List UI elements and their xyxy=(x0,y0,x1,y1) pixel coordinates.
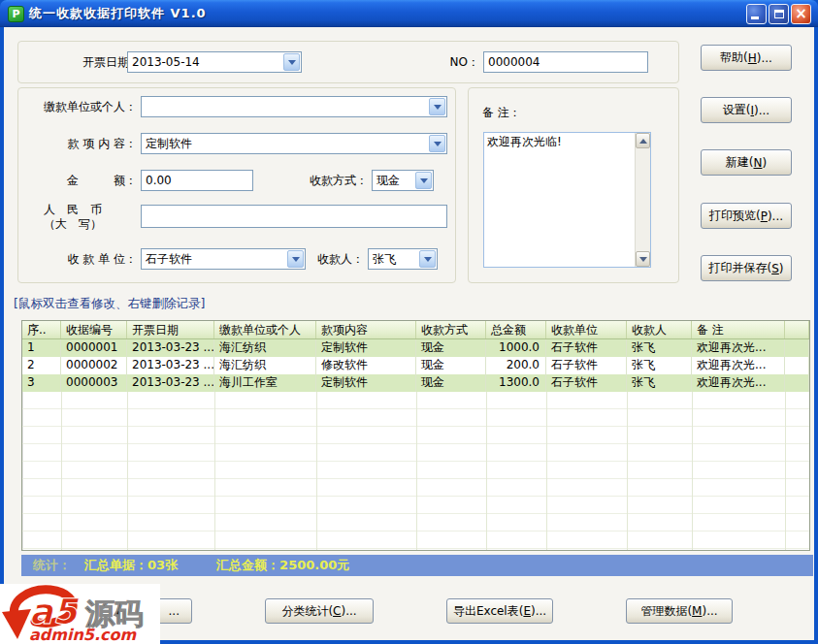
no-label: NO： xyxy=(426,51,479,73)
a5-watermark-logo: a5 源码 admin5.com xyxy=(0,584,160,644)
invoice-date-label: 开票日期： xyxy=(34,51,141,73)
grid-hint-text: [鼠标双击查看修改、右键删除记录] xyxy=(14,296,205,312)
print-save-button[interactable]: 打印并保存(S) xyxy=(701,255,792,281)
manage-data-button[interactable]: 管理数据(M)... xyxy=(626,598,733,624)
table-row[interactable]: 3 0000003 2013-03-23 ... 海川工作室 定制软件 现金 1… xyxy=(22,374,809,392)
table-row[interactable]: 1 0000001 2013-03-23 ... 海汇纺织 定制软件 现金 10… xyxy=(22,339,809,357)
payment-method-value: 现金 xyxy=(373,171,414,190)
payment-content-combo[interactable]: 定制软件 xyxy=(141,133,447,154)
col-header-remark[interactable]: 备 注 xyxy=(692,321,785,338)
col-header-payer[interactable]: 缴款单位或个人 xyxy=(214,321,316,338)
payee-unit-value: 石子软件 xyxy=(142,249,286,269)
print-preview-button[interactable]: 打印预览(P)... xyxy=(701,203,792,229)
col-header-date[interactable]: 开票日期 xyxy=(127,321,214,338)
groupbox-receipt-form: 缴款单位或个人： 款 项 内 容： 定制软件 金 额： 收款方式： 现金 人 民… xyxy=(17,87,456,283)
maximize-button[interactable] xyxy=(769,4,789,24)
payment-content-value: 定制软件 xyxy=(142,134,428,153)
grid-header-row: 序.. 收据编号 开票日期 缴款单位或个人 款项内容 收款方式 总金额 收款单位… xyxy=(22,321,809,339)
payee-combo[interactable]: 张飞 xyxy=(368,248,438,270)
category-stats-button[interactable]: 分类统计(C)... xyxy=(265,598,374,624)
groupbox-date-no: 开票日期： 2013-05-14 NO： xyxy=(17,41,679,83)
close-button[interactable] xyxy=(791,4,811,24)
remark-textarea[interactable]: 欢迎再次光临! xyxy=(483,132,651,268)
maximize-icon xyxy=(774,10,784,18)
payer-label: 缴款单位或个人： xyxy=(26,96,137,117)
new-button[interactable]: 新建(N) xyxy=(701,149,792,176)
scroll-down-icon[interactable] xyxy=(636,251,650,267)
col-header-payee-unit[interactable]: 收款单位 xyxy=(546,321,627,338)
rmb-caps-label: 人 民 币 （大 写） xyxy=(44,203,141,232)
payer-combo[interactable] xyxy=(141,96,447,117)
rmb-caps-input[interactable] xyxy=(141,205,447,228)
payment-method-combo[interactable]: 现金 xyxy=(372,170,434,191)
col-header-receipt-no[interactable]: 收据编号 xyxy=(61,321,127,338)
payment-content-label: 款 项 内 容： xyxy=(26,133,137,154)
invoice-date-value: 2013-05-14 xyxy=(128,52,282,72)
settings-button[interactable]: 设置(I)... xyxy=(701,97,792,123)
chevron-down-icon xyxy=(429,135,445,152)
remark-scrollbar[interactable] xyxy=(635,133,650,267)
remark-label: 备 注： xyxy=(482,102,560,123)
chevron-down-icon xyxy=(287,250,304,268)
invoice-date-combo[interactable]: 2013-05-14 xyxy=(127,51,302,73)
records-grid[interactable]: 序.. 收据编号 开票日期 缴款单位或个人 款项内容 收款方式 总金额 收款单位… xyxy=(21,320,810,551)
export-excel-button[interactable]: 导出Excel表(E)... xyxy=(446,598,553,624)
payee-value: 张飞 xyxy=(369,249,418,269)
col-header-spacer xyxy=(785,321,809,338)
status-total-amount: 汇总金额：2500.00元 xyxy=(216,557,349,574)
a5-logo-graphic: a5 源码 admin5.com xyxy=(0,584,160,644)
col-header-index[interactable]: 序.. xyxy=(22,321,61,338)
window-title: 统一收款收据打印软件 V1.0 xyxy=(29,5,207,22)
payment-method-label: 收款方式： xyxy=(290,170,368,191)
app-icon: P xyxy=(8,6,24,22)
minimize-icon xyxy=(751,16,759,19)
amount-label: 金 额： xyxy=(26,170,137,191)
remark-text: 欢迎再次光临! xyxy=(484,133,635,267)
col-header-content[interactable]: 款项内容 xyxy=(316,321,416,338)
client-area: 开票日期： 2013-05-14 NO： 缴款单位或个人： 款 项 内 容： 定… xyxy=(4,27,814,640)
table-row[interactable]: 2 0000002 2013-03-23 ... 海汇纺织 修改软件 现金 20… xyxy=(22,357,809,374)
table-empty-rows xyxy=(22,392,809,551)
help-button[interactable]: 帮助(H)... xyxy=(701,45,792,71)
status-bar: 统计： 汇总单据：03张 汇总金额：2500.00元 xyxy=(21,555,813,576)
payee-unit-combo[interactable]: 石子软件 xyxy=(141,248,306,270)
app-window: P 统一收款收据打印软件 V1.0 开票日期： 2013-05-14 NO： 缴… xyxy=(0,0,818,644)
status-label: 统计： xyxy=(33,557,71,574)
amount-input[interactable] xyxy=(141,170,253,191)
no-input[interactable] xyxy=(483,51,648,73)
chevron-down-icon xyxy=(419,250,436,268)
payee-label: 收款人： xyxy=(306,248,364,270)
chevron-down-icon xyxy=(415,172,432,189)
groupbox-remark: 备 注： 欢迎再次光临! xyxy=(468,87,679,283)
logo-domain-text: admin5.com xyxy=(29,626,137,644)
payee-unit-label: 收 款 单 位： xyxy=(26,248,137,270)
col-header-method[interactable]: 收款方式 xyxy=(416,321,486,338)
scroll-up-icon[interactable] xyxy=(636,133,650,148)
title-bar[interactable]: P 统一收款收据打印软件 V1.0 xyxy=(0,0,818,27)
col-header-payee[interactable]: 收款人 xyxy=(627,321,692,338)
minimize-button[interactable] xyxy=(746,4,767,24)
status-total-docs: 汇总单据：03张 xyxy=(84,557,178,574)
chevron-down-icon xyxy=(429,98,445,115)
col-header-total[interactable]: 总金额 xyxy=(486,321,546,338)
chevron-down-icon xyxy=(283,53,300,71)
